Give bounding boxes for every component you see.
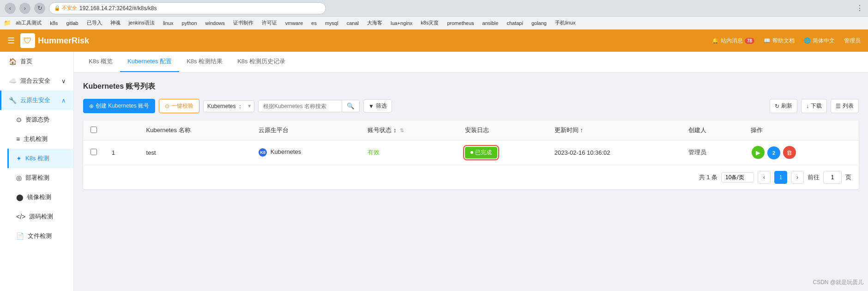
sidebar-item-cloud-native[interactable]: 🔧 云原生安全 ∧ bbox=[0, 91, 73, 110]
tab-overview[interactable]: K8s 概览 bbox=[81, 52, 120, 72]
home-icon: 🏠 bbox=[9, 58, 17, 65]
page-1-button[interactable]: 1 bbox=[774, 171, 787, 184]
refresh-button[interactable]: ↻ bbox=[34, 3, 45, 14]
sidebar-item-source-check[interactable]: </> 源码检测 bbox=[7, 207, 73, 226]
bookmarks-folder-icon: 📁 bbox=[4, 19, 11, 26]
bookmark-gitlab[interactable]: gitlab bbox=[62, 19, 82, 27]
help-icon: 📖 bbox=[764, 37, 771, 44]
create-kubernetes-btn[interactable]: ⊕ 创建 Kubernetes 账号 bbox=[83, 99, 155, 113]
list-view-button[interactable]: ☰ 列表 bbox=[831, 99, 859, 113]
browser-menu[interactable]: ⋮ bbox=[856, 4, 863, 12]
lock-icon: 🔒 不安全 bbox=[54, 5, 77, 12]
forward-button[interactable]: › bbox=[19, 3, 30, 14]
bookmark-license[interactable]: 许可证 bbox=[258, 18, 281, 27]
sort-icon: ⇅ bbox=[400, 127, 404, 133]
page-size-wrapper: 10条/页 20条/页 50条/页 bbox=[721, 172, 754, 182]
address-bar[interactable]: 🔒 不安全 192.168.14.27:32642/#/k8s/k8s bbox=[49, 2, 326, 14]
bookmark-jenkins[interactable]: jenkins语法 bbox=[125, 18, 158, 27]
chevron-down-icon: ∨ bbox=[61, 78, 66, 85]
bookmark-mobile-linux[interactable]: 手机linux bbox=[551, 18, 579, 27]
chevron-up-icon: ∧ bbox=[61, 97, 66, 104]
bookmark-chatapi[interactable]: chatapi bbox=[503, 19, 526, 27]
one-click-verify-btn[interactable]: ⊙ 一键校验 bbox=[159, 99, 199, 113]
image-icon: ⬤ bbox=[16, 194, 24, 201]
download-button[interactable]: ↓ 下载 bbox=[801, 99, 827, 113]
notification-action[interactable]: 🔔 站内消息 78 bbox=[712, 37, 754, 45]
bookmark-mysql[interactable]: mysql bbox=[321, 19, 342, 27]
tab-kubernetes-config[interactable]: Kubernetes 配置 bbox=[120, 52, 179, 72]
install-status-button[interactable]: 已完成 bbox=[465, 147, 497, 158]
code-icon: </> bbox=[16, 213, 25, 220]
bookmark-k8s[interactable]: k8s bbox=[46, 19, 61, 27]
kubernetes-select[interactable]: Kubernetes ： bbox=[203, 100, 254, 112]
bookmark-vmware[interactable]: vmware bbox=[282, 19, 307, 27]
row-update-time: 2023-02-16 10:36:02 bbox=[547, 140, 681, 165]
bookmark-k8s-disaster[interactable]: k8s灾度 bbox=[417, 18, 442, 27]
sidebar-item-deploy-check[interactable]: ◎ 部署检测 bbox=[7, 168, 73, 188]
table-wrapper: Kubernetes 名称 云原生平台 账号状态 ↕ ⇅ 安装日志 bbox=[83, 121, 859, 189]
bookmark-python[interactable]: python bbox=[178, 19, 201, 27]
bookmark-ansible[interactable]: ansible bbox=[479, 19, 502, 27]
total-count: 共 1 条 bbox=[699, 173, 717, 182]
install-status-text: 已完成 bbox=[475, 149, 492, 157]
back-button[interactable]: ‹ bbox=[5, 3, 16, 14]
refresh-button[interactable]: ↻ 刷新 bbox=[770, 99, 797, 113]
sidebar-item-file-check[interactable]: 📄 文件检测 bbox=[7, 226, 73, 246]
address-text: 192.168.14.27:32642/#/k8s/k8s bbox=[79, 5, 157, 12]
select-all-checkbox[interactable] bbox=[90, 127, 97, 133]
bookmark-canal[interactable]: canal bbox=[343, 19, 362, 27]
sidebar-item-home[interactable]: 🏠 首页 bbox=[0, 52, 73, 71]
search-button[interactable]: 🔍 bbox=[342, 100, 359, 112]
bookmark-windows[interactable]: windows bbox=[202, 19, 229, 27]
row-num: 1 bbox=[104, 140, 139, 165]
row-status: 有效 bbox=[360, 140, 458, 165]
cloud-icon: ☁️ bbox=[9, 77, 17, 85]
logo[interactable]: 🛡 HummerRisk bbox=[20, 33, 89, 48]
refresh-icon: ↻ bbox=[775, 103, 779, 109]
bookmark-cert[interactable]: 证书制作 bbox=[229, 18, 257, 27]
sidebar-item-image-check[interactable]: ⬤ 镜像检测 bbox=[7, 188, 73, 207]
k8s-icon: ✦ bbox=[16, 155, 22, 162]
globe-icon: 🌐 bbox=[804, 37, 811, 44]
bookmark-imported[interactable]: 已导入 bbox=[83, 18, 106, 27]
tab-k8s-history[interactable]: K8s 检测历史记录 bbox=[230, 52, 293, 72]
row-creator: 管理员 bbox=[681, 140, 743, 165]
row-platform: K8 Kubernetes bbox=[251, 140, 360, 165]
sidebar-item-cloud-security[interactable]: ☁️ 混合云安全 ∨ bbox=[0, 71, 73, 91]
language-action[interactable]: 🌐 简体中文 bbox=[804, 37, 835, 45]
bookmark-es[interactable]: es bbox=[307, 19, 320, 27]
prev-page-button[interactable]: ‹ bbox=[758, 171, 771, 184]
search-wrapper: 🔍 bbox=[258, 100, 360, 112]
tab-k8s-results[interactable]: K8s 检测结果 bbox=[179, 52, 230, 72]
bookmark-ab[interactable]: ab工具测试 bbox=[12, 18, 45, 27]
goto-page-input[interactable] bbox=[823, 171, 842, 184]
hamburger-button[interactable]: ☰ bbox=[7, 36, 15, 46]
kubernetes-select-wrapper: Kubernetes ： ▼ bbox=[203, 100, 254, 112]
verify-icon: ⊙ bbox=[165, 103, 169, 109]
action-count-badge[interactable]: 2 bbox=[767, 146, 780, 159]
user-menu[interactable]: 管理员 bbox=[844, 37, 861, 45]
sidebar-item-host-check[interactable]: ≡ 主机检测 bbox=[7, 129, 73, 149]
bookmark-lua-nginx[interactable]: lua+nginx bbox=[387, 19, 416, 27]
bookmark-prometheus[interactable]: prometheus bbox=[443, 19, 477, 27]
bookmark-dahaike[interactable]: 大海客 bbox=[363, 18, 386, 27]
csdn-watermark: CSDN @就是玩蛋儿 bbox=[813, 279, 863, 286]
next-page-button[interactable]: › bbox=[791, 171, 804, 184]
bookmark-golang[interactable]: golang bbox=[528, 19, 550, 27]
filter-button[interactable]: ▼ 筛选 bbox=[363, 99, 392, 113]
bookmark-shenhun[interactable]: 神魂 bbox=[107, 18, 124, 27]
bookmark-linux[interactable]: linux bbox=[159, 19, 177, 27]
sidebar: 🏠 首页 ☁️ 混合云安全 ∨ 🔧 云原生安全 ∧ ⊙ 资源态势 ≡ 主机检测 … bbox=[0, 52, 74, 291]
action-delete-button[interactable]: 🗑 bbox=[783, 146, 796, 159]
page-size-select[interactable]: 10条/页 20条/页 50条/页 bbox=[721, 172, 754, 182]
action-send-button[interactable]: ▶ bbox=[752, 146, 765, 159]
sidebar-item-resource-posture[interactable]: ⊙ 资源态势 bbox=[7, 110, 73, 129]
logo-shield-icon: 🛡 bbox=[20, 33, 35, 48]
help-action[interactable]: 📖 帮助文档 bbox=[764, 37, 795, 45]
search-input[interactable] bbox=[259, 101, 342, 112]
header-update-time: 更新时间 ↑ bbox=[547, 121, 681, 140]
sidebar-item-k8s-check[interactable]: ✦ K8s 检测 bbox=[7, 149, 73, 168]
row-checkbox[interactable] bbox=[90, 149, 97, 155]
table-row: 1 test K8 Kubernetes 有效 bbox=[83, 140, 859, 165]
deploy-icon: ◎ bbox=[16, 174, 22, 182]
